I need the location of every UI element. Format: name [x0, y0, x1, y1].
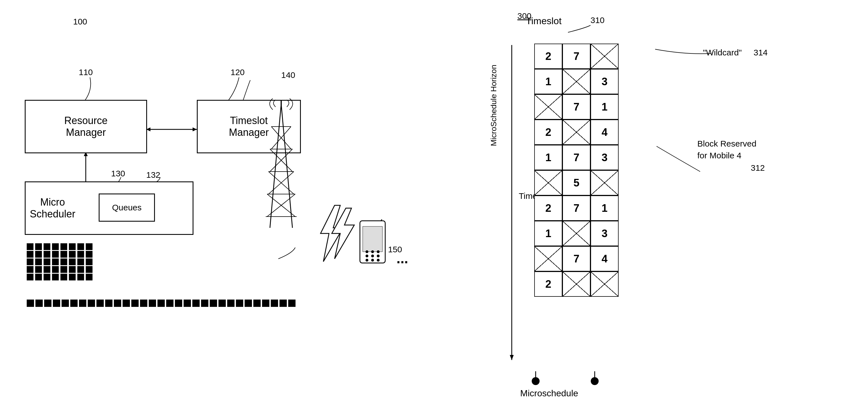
micro-scheduler-box: MicroScheduler Queues	[25, 181, 193, 235]
svg-marker-7	[510, 355, 514, 360]
grid-cell-7-0: 1	[534, 221, 562, 246]
grid-row-5: 5	[534, 170, 619, 196]
grid-cell-9-0: 2	[534, 271, 562, 297]
svg-point-33	[371, 255, 374, 257]
grid-cell-1-0: 1	[534, 69, 562, 94]
grid-cell-8-0	[534, 246, 562, 271]
ref-140: 140	[281, 70, 295, 80]
grid-cell-2-1: 7	[562, 94, 590, 120]
grid-cell-4-0: 1	[534, 145, 562, 170]
grid-cell-8-1: 7	[562, 246, 590, 271]
timeslot-label: Timeslot	[526, 16, 561, 26]
signal-svg	[301, 203, 357, 264]
grid-cell-9-2	[590, 271, 619, 297]
grid-row-3: 2 4	[534, 120, 619, 145]
svg-point-38	[366, 250, 368, 253]
grid-cell-6-2: 1	[590, 196, 619, 221]
data-bus-dots	[27, 299, 296, 307]
svg-rect-31	[363, 226, 382, 252]
ref-110: 110	[79, 67, 93, 77]
block-reserved-label: Block Reserved for Mobile 4	[697, 138, 756, 162]
grid-cell-2-0	[534, 94, 562, 120]
grid-row-9: 2	[534, 271, 619, 297]
grid-row-1: 1 3	[534, 69, 619, 94]
resource-manager-label: ResourceManager	[64, 115, 107, 138]
grid-cell-5-0	[534, 170, 562, 196]
timeslot-grid: 2 7 1 3 7 1 2 4	[534, 43, 619, 297]
ref-130: 130	[111, 169, 125, 178]
diagram-container: 100 110 ResourceManager 120 TimeslotMana…	[0, 0, 868, 407]
grid-cell-3-1	[562, 120, 590, 145]
svg-point-40	[377, 250, 380, 253]
grid-cell-1-1	[562, 69, 590, 94]
svg-point-10	[532, 377, 539, 385]
svg-point-39	[371, 250, 374, 253]
main-ref-100: 100	[73, 17, 87, 26]
grid-cell-7-1	[562, 221, 590, 246]
grid-cell-8-2: 4	[590, 246, 619, 271]
grid-row-7: 1 3	[534, 221, 619, 246]
grid-cell-2-2: 1	[590, 94, 619, 120]
ref-132: 132	[146, 170, 160, 180]
svg-point-11	[591, 377, 599, 385]
svg-point-36	[371, 259, 374, 262]
grid-cell-5-2	[590, 170, 619, 196]
micro-scheduler-label: MicroScheduler	[30, 196, 75, 220]
svg-point-37	[377, 259, 380, 262]
queues-label: Queues	[112, 203, 142, 212]
grid-cell-4-2: 3	[590, 145, 619, 170]
ref-312: 312	[751, 163, 765, 173]
wildcard-label: "Wildcard"	[703, 48, 742, 57]
queue-strips	[27, 243, 93, 281]
grid-cell-1-2: 3	[590, 69, 619, 94]
grid-cell-9-1	[562, 271, 590, 297]
queues-box: Queues	[99, 194, 155, 222]
resource-manager-box: ResourceManager	[25, 100, 147, 153]
grid-cell-0-2	[590, 43, 619, 69]
microschedule-horizon-label: MicroSchedule Horizon	[489, 65, 498, 146]
ref-150: 150	[388, 245, 402, 254]
ref-120: 120	[230, 67, 245, 77]
grid-row-6: 2 7 1	[534, 196, 619, 221]
grid-cell-0-1: 7	[562, 43, 590, 69]
grid-cell-6-0: 2	[534, 196, 562, 221]
grid-cell-3-2: 4	[590, 120, 619, 145]
grid-cell-0-0: 2	[534, 43, 562, 69]
grid-row-2: 7 1	[534, 94, 619, 120]
microschedule-label: Microschedule	[520, 388, 578, 399]
grid-cell-4-1: 7	[562, 145, 590, 170]
svg-point-32	[366, 255, 368, 257]
svg-point-34	[377, 255, 380, 257]
svg-marker-1	[193, 127, 197, 132]
grid-cell-6-1: 7	[562, 196, 590, 221]
grid-row-8: 7 4	[534, 246, 619, 271]
svg-point-35	[366, 259, 368, 262]
ref-310: 310	[590, 16, 604, 25]
grid-cell-7-2: 3	[590, 221, 619, 246]
grid-cell-5-1: 5	[562, 170, 590, 196]
grid-row-0: 2 7	[534, 43, 619, 69]
grid-row-4: 1 7 3	[534, 145, 619, 170]
ref-314: 314	[753, 48, 768, 57]
grid-cell-3-0: 2	[534, 120, 562, 145]
